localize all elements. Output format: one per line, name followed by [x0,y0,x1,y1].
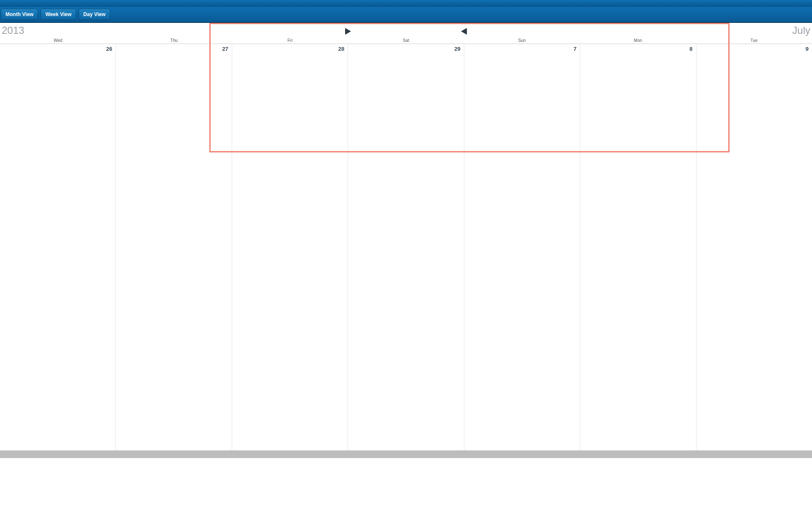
day-header-sun: Sun [464,38,580,44]
day-column[interactable]: 27 [116,44,232,450]
calendar-area: 2013 July Wed Thu Fri Sat Sun Mon Tue 26… [0,23,812,450]
footer-bar [0,450,812,458]
view-toolbar: Month View Week View Day View [0,7,812,23]
day-header-mon: Mon [580,38,696,44]
day-header-fri: Fri [232,38,348,44]
prev-icon[interactable] [461,28,467,35]
day-number: 27 [222,46,228,52]
day-column[interactable]: 7 [464,44,580,450]
day-header-sat: Sat [348,38,464,44]
day-header-wed: Wed [0,38,116,44]
calendar-grid: 26 27 28 29 7 8 9 [0,23,812,450]
month-view-button[interactable]: Month View [1,9,38,20]
day-number: 8 [689,46,692,52]
day-number: 7 [573,46,576,52]
day-column[interactable]: 28 [232,44,348,450]
day-number: 26 [106,46,112,52]
day-headers: Wed Thu Fri Sat Sun Mon Tue [0,38,812,44]
week-view-button[interactable]: Week View [41,9,76,20]
day-column[interactable]: 29 [348,44,464,450]
top-bar [0,0,812,7]
day-view-button[interactable]: Day View [79,9,110,20]
day-number: 9 [806,46,809,52]
day-header-thu: Thu [116,38,232,44]
day-column[interactable]: 8 [580,44,696,450]
day-number: 28 [338,46,344,52]
day-header-tue: Tue [696,38,812,44]
day-column[interactable]: 26 [0,44,116,450]
next-icon[interactable] [345,28,351,35]
day-column[interactable]: 9 [697,44,812,450]
nav-arrows [0,25,812,35]
day-number: 29 [454,46,460,52]
